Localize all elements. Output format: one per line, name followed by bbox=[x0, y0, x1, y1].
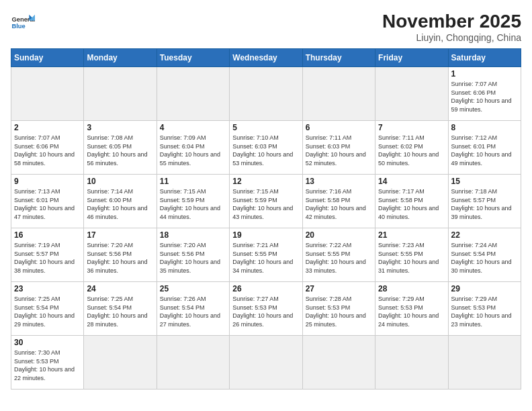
day-cell: 9Sunrise: 7:13 AMSunset: 6:01 PMDaylight… bbox=[11, 175, 84, 228]
day-number: 23 bbox=[14, 284, 81, 293]
title-block: November 2025 Liuyin, Chongqing, China bbox=[382, 11, 521, 43]
day-number: 28 bbox=[378, 284, 445, 293]
day-cell: 7Sunrise: 7:11 AMSunset: 6:02 PMDaylight… bbox=[375, 121, 448, 175]
week-row-1: 2Sunrise: 7:07 AMSunset: 6:06 PMDaylight… bbox=[11, 121, 521, 175]
day-cell: 26Sunrise: 7:27 AMSunset: 5:53 PMDayligh… bbox=[230, 282, 302, 336]
day-number: 19 bbox=[232, 230, 299, 240]
day-number: 8 bbox=[451, 123, 518, 132]
day-number: 21 bbox=[378, 230, 445, 240]
day-number: 11 bbox=[160, 177, 226, 186]
day-info: Sunrise: 7:25 AMSunset: 5:54 PMDaylight:… bbox=[87, 295, 153, 328]
logo-icon: General Blue bbox=[11, 11, 35, 35]
day-cell bbox=[230, 336, 302, 390]
day-number: 27 bbox=[306, 284, 372, 293]
day-info: Sunrise: 7:17 AMSunset: 5:58 PMDaylight:… bbox=[378, 187, 445, 221]
day-cell: 2Sunrise: 7:07 AMSunset: 6:06 PMDaylight… bbox=[11, 121, 84, 175]
day-number: 18 bbox=[160, 230, 226, 240]
day-cell: 30Sunrise: 7:30 AMSunset: 5:53 PMDayligh… bbox=[11, 336, 84, 390]
day-number: 22 bbox=[451, 230, 518, 240]
day-number: 7 bbox=[378, 123, 445, 132]
day-number: 30 bbox=[14, 338, 81, 347]
day-info: Sunrise: 7:24 AMSunset: 5:54 PMDaylight:… bbox=[451, 241, 518, 275]
day-info: Sunrise: 7:09 AMSunset: 6:04 PMDaylight:… bbox=[160, 134, 226, 167]
day-cell: 13Sunrise: 7:16 AMSunset: 5:58 PMDayligh… bbox=[302, 175, 375, 228]
day-header-sunday: Sunday bbox=[11, 49, 84, 67]
day-number: 16 bbox=[14, 230, 81, 240]
day-number: 9 bbox=[14, 177, 81, 186]
day-cell: 5Sunrise: 7:10 AMSunset: 6:03 PMDaylight… bbox=[230, 121, 302, 175]
day-cell: 11Sunrise: 7:15 AMSunset: 5:59 PMDayligh… bbox=[157, 175, 229, 228]
day-info: Sunrise: 7:10 AMSunset: 6:03 PMDaylight:… bbox=[232, 134, 299, 167]
week-row-0: 1Sunrise: 7:07 AMSunset: 6:06 PMDaylight… bbox=[11, 67, 521, 121]
day-number: 26 bbox=[232, 284, 299, 293]
day-cell bbox=[302, 336, 375, 390]
day-info: Sunrise: 7:28 AMSunset: 5:53 PMDaylight:… bbox=[306, 295, 372, 328]
day-info: Sunrise: 7:14 AMSunset: 6:00 PMDaylight:… bbox=[87, 187, 153, 221]
day-cell bbox=[84, 67, 157, 121]
day-header-saturday: Saturday bbox=[448, 49, 521, 67]
day-cell: 22Sunrise: 7:24 AMSunset: 5:54 PMDayligh… bbox=[448, 228, 521, 282]
day-cell: 27Sunrise: 7:28 AMSunset: 5:53 PMDayligh… bbox=[302, 282, 375, 336]
day-cell: 25Sunrise: 7:26 AMSunset: 5:54 PMDayligh… bbox=[157, 282, 229, 336]
day-cell: 19Sunrise: 7:21 AMSunset: 5:55 PMDayligh… bbox=[230, 228, 302, 282]
day-info: Sunrise: 7:23 AMSunset: 5:55 PMDaylight:… bbox=[378, 241, 445, 275]
day-number: 4 bbox=[160, 123, 226, 132]
day-header-wednesday: Wednesday bbox=[230, 49, 302, 67]
day-info: Sunrise: 7:29 AMSunset: 5:53 PMDaylight:… bbox=[451, 295, 518, 328]
day-info: Sunrise: 7:13 AMSunset: 6:01 PMDaylight:… bbox=[14, 187, 81, 221]
calendar-body: 1Sunrise: 7:07 AMSunset: 6:06 PMDaylight… bbox=[11, 67, 521, 390]
day-info: Sunrise: 7:07 AMSunset: 6:06 PMDaylight:… bbox=[14, 134, 81, 167]
day-cell: 14Sunrise: 7:17 AMSunset: 5:58 PMDayligh… bbox=[375, 175, 448, 228]
day-cell bbox=[375, 67, 448, 121]
day-info: Sunrise: 7:12 AMSunset: 6:01 PMDaylight:… bbox=[451, 134, 518, 167]
day-cell: 17Sunrise: 7:20 AMSunset: 5:56 PMDayligh… bbox=[84, 228, 157, 282]
day-info: Sunrise: 7:20 AMSunset: 5:56 PMDaylight:… bbox=[87, 241, 153, 275]
week-row-5: 30Sunrise: 7:30 AMSunset: 5:53 PMDayligh… bbox=[11, 336, 521, 390]
day-header-thursday: Thursday bbox=[302, 49, 375, 67]
day-cell bbox=[230, 67, 302, 121]
day-info: Sunrise: 7:18 AMSunset: 5:57 PMDaylight:… bbox=[451, 187, 518, 221]
day-cell: 10Sunrise: 7:14 AMSunset: 6:00 PMDayligh… bbox=[84, 175, 157, 228]
week-row-4: 23Sunrise: 7:25 AMSunset: 5:54 PMDayligh… bbox=[11, 282, 521, 336]
day-header-monday: Monday bbox=[84, 49, 157, 67]
day-cell: 15Sunrise: 7:18 AMSunset: 5:57 PMDayligh… bbox=[448, 175, 521, 228]
day-number: 3 bbox=[87, 123, 153, 132]
day-info: Sunrise: 7:25 AMSunset: 5:54 PMDaylight:… bbox=[14, 295, 81, 328]
day-number: 29 bbox=[451, 284, 518, 293]
day-cell: 18Sunrise: 7:20 AMSunset: 5:56 PMDayligh… bbox=[157, 228, 229, 282]
day-info: Sunrise: 7:07 AMSunset: 6:06 PMDaylight:… bbox=[451, 80, 518, 113]
day-number: 20 bbox=[306, 230, 372, 240]
day-cell: 29Sunrise: 7:29 AMSunset: 5:53 PMDayligh… bbox=[448, 282, 521, 336]
day-info: Sunrise: 7:20 AMSunset: 5:56 PMDaylight:… bbox=[160, 241, 226, 275]
week-row-3: 16Sunrise: 7:19 AMSunset: 5:57 PMDayligh… bbox=[11, 228, 521, 282]
day-cell: 21Sunrise: 7:23 AMSunset: 5:55 PMDayligh… bbox=[375, 228, 448, 282]
day-number: 14 bbox=[378, 177, 445, 186]
day-cell bbox=[84, 336, 157, 390]
day-info: Sunrise: 7:29 AMSunset: 5:53 PMDaylight:… bbox=[378, 295, 445, 328]
day-cell: 3Sunrise: 7:08 AMSunset: 6:05 PMDaylight… bbox=[84, 121, 157, 175]
day-cell: 20Sunrise: 7:22 AMSunset: 5:55 PMDayligh… bbox=[302, 228, 375, 282]
week-row-2: 9Sunrise: 7:13 AMSunset: 6:01 PMDaylight… bbox=[11, 175, 521, 228]
day-number: 15 bbox=[451, 177, 518, 186]
day-info: Sunrise: 7:27 AMSunset: 5:53 PMDaylight:… bbox=[232, 295, 299, 328]
day-info: Sunrise: 7:15 AMSunset: 5:59 PMDaylight:… bbox=[160, 187, 226, 221]
day-cell: 12Sunrise: 7:15 AMSunset: 5:59 PMDayligh… bbox=[230, 175, 302, 228]
day-number: 13 bbox=[306, 177, 372, 186]
day-cell bbox=[448, 336, 521, 390]
day-info: Sunrise: 7:15 AMSunset: 5:59 PMDaylight:… bbox=[232, 187, 299, 221]
header-row: SundayMondayTuesdayWednesdayThursdayFrid… bbox=[11, 49, 521, 67]
day-info: Sunrise: 7:08 AMSunset: 6:05 PMDaylight:… bbox=[87, 134, 153, 167]
day-cell: 16Sunrise: 7:19 AMSunset: 5:57 PMDayligh… bbox=[11, 228, 84, 282]
day-info: Sunrise: 7:11 AMSunset: 6:02 PMDaylight:… bbox=[378, 134, 445, 167]
day-header-friday: Friday bbox=[375, 49, 448, 67]
day-info: Sunrise: 7:26 AMSunset: 5:54 PMDaylight:… bbox=[160, 295, 226, 328]
day-info: Sunrise: 7:30 AMSunset: 5:53 PMDaylight:… bbox=[14, 349, 81, 382]
day-info: Sunrise: 7:16 AMSunset: 5:58 PMDaylight:… bbox=[306, 187, 372, 221]
day-number: 12 bbox=[232, 177, 299, 186]
svg-text:Blue: Blue bbox=[11, 23, 25, 30]
day-header-tuesday: Tuesday bbox=[157, 49, 229, 67]
day-info: Sunrise: 7:11 AMSunset: 6:03 PMDaylight:… bbox=[306, 134, 372, 167]
logo: General Blue bbox=[11, 11, 35, 35]
location: Liuyin, Chongqing, China bbox=[382, 32, 521, 43]
day-cell bbox=[11, 67, 84, 121]
